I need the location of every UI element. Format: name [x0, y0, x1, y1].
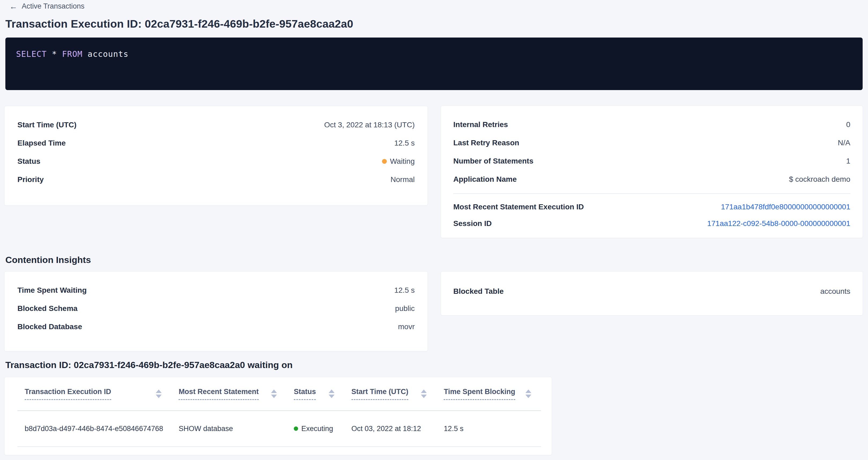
- session-id-link[interactable]: 171aa122-c092-54b8-0000-000000000001: [707, 219, 850, 228]
- summary-card-right: Internal Retries 0 Last Retry Reason N/A…: [441, 105, 863, 238]
- status-waiting-dot-icon: [382, 159, 387, 164]
- row-label: Number of Statements: [453, 157, 533, 165]
- row-label: Blocked Schema: [18, 304, 78, 313]
- statement-execution-id-link[interactable]: 171aa1b478fdf0e80000000000000001: [721, 203, 850, 211]
- row-label: Session ID: [453, 219, 492, 228]
- column-header-label: Status: [294, 388, 316, 400]
- row-most-recent-statement-execution-id: Most Recent Statement Execution ID 171aa…: [453, 198, 850, 215]
- cell-time-spent-blocking: 12.5 s: [436, 425, 541, 433]
- row-label: Elapsed Time: [18, 139, 66, 148]
- row-value: 12.5 s: [394, 286, 415, 295]
- summary-card-left: Start Time (UTC) Oct 3, 2022 at 18:13 (U…: [4, 106, 428, 206]
- back-link-label: Active Transactions: [22, 2, 85, 10]
- column-header-start-time[interactable]: Start Time (UTC): [344, 388, 437, 400]
- status-executing-dot-icon: [294, 427, 298, 431]
- arrow-left-icon: ←: [9, 2, 18, 10]
- sort-icon: [156, 390, 162, 398]
- cell-transaction-execution-id: b8d7d03a-d497-446b-8474-e50846674768: [18, 425, 171, 433]
- row-value: 1: [846, 157, 850, 165]
- sql-statement: SELECT * FROM accounts: [16, 49, 852, 59]
- row-value: $ cockroach demo: [789, 175, 850, 184]
- row-elapsed-time: Elapsed Time 12.5 s: [18, 134, 415, 152]
- sort-icon: [525, 390, 531, 398]
- card-divider: [453, 193, 850, 194]
- column-header-status[interactable]: Status: [286, 388, 344, 400]
- row-value: 0: [846, 120, 850, 129]
- sql-keyword: FROM: [62, 49, 83, 59]
- contention-insights-heading: Contention Insights: [5, 255, 91, 265]
- waiting-on-table-card: Transaction Execution ID Most Recent Sta…: [4, 377, 552, 455]
- sort-icon: [271, 390, 277, 398]
- row-label: Most Recent Statement Execution ID: [453, 203, 584, 211]
- row-internal-retries: Internal Retries 0: [453, 116, 850, 134]
- row-time-spent-waiting: Time Spent Waiting 12.5 s: [18, 281, 415, 300]
- row-number-of-statements: Number of Statements 1: [453, 152, 850, 170]
- status-value: Waiting: [382, 157, 415, 166]
- row-label: Start Time (UTC): [18, 121, 76, 129]
- row-start-time: Start Time (UTC) Oct 3, 2022 at 18:13 (U…: [18, 116, 415, 134]
- transaction-details-page: ← Active Transactions Transaction Execut…: [0, 0, 868, 460]
- column-header-most-recent-statement[interactable]: Most Recent Statement: [171, 388, 286, 400]
- status-text: Executing: [301, 425, 333, 433]
- back-link-active-transactions[interactable]: ← Active Transactions: [9, 2, 85, 10]
- row-label: Time Spent Waiting: [18, 286, 87, 295]
- contention-card-left: Time Spent Waiting 12.5 s Blocked Schema…: [4, 271, 428, 351]
- row-label: Internal Retries: [453, 120, 508, 129]
- sort-icon: [329, 390, 335, 398]
- row-value: Normal: [391, 175, 415, 184]
- column-header-label: Start Time (UTC): [351, 388, 408, 400]
- cell-start-time: Oct 03, 2022 at 18:12: [344, 425, 437, 433]
- row-label: Application Name: [453, 175, 517, 184]
- sql-text: accounts: [83, 49, 129, 59]
- row-blocked-schema: Blocked Schema public: [18, 300, 415, 318]
- table-header-row: Transaction Execution ID Most Recent Sta…: [18, 377, 541, 411]
- row-label: Status: [18, 157, 40, 166]
- row-blocked-database: Blocked Database movr: [18, 318, 415, 336]
- sql-statement-box: SELECT * FROM accounts: [5, 37, 863, 90]
- row-label: Blocked Database: [18, 323, 82, 331]
- row-value: N/A: [838, 139, 850, 147]
- row-last-retry-reason: Last Retry Reason N/A: [453, 134, 850, 152]
- row-label: Priority: [18, 175, 44, 184]
- row-blocked-table: Blocked Table accounts: [453, 282, 850, 301]
- row-label: Blocked Table: [453, 287, 504, 296]
- column-header-label: Time Spent Blocking: [444, 388, 515, 400]
- table-row: b8d7d03a-d497-446b-8474-e50846674768 SHO…: [18, 411, 541, 447]
- sort-icon: [421, 390, 427, 398]
- contention-card-right: Blocked Table accounts: [441, 271, 863, 315]
- waiting-on-heading: Transaction ID: 02ca7931-f246-469b-b2fe-…: [5, 360, 293, 370]
- row-value: accounts: [820, 287, 850, 296]
- row-value: Oct 3, 2022 at 18:13 (UTC): [324, 121, 415, 129]
- cell-most-recent-statement: SHOW database: [171, 425, 286, 433]
- row-application-name: Application Name $ cockroach demo: [453, 170, 850, 188]
- sql-keyword: SELECT: [16, 49, 46, 59]
- row-value: 12.5 s: [394, 139, 415, 148]
- row-session-id: Session ID 171aa122-c092-54b8-0000-00000…: [453, 215, 850, 232]
- sql-text: *: [46, 49, 62, 59]
- row-priority: Priority Normal: [18, 171, 415, 189]
- row-value: movr: [398, 323, 415, 331]
- page-title: Transaction Execution ID: 02ca7931-f246-…: [5, 18, 353, 30]
- row-status: Status Waiting: [18, 152, 415, 171]
- column-header-transaction-execution-id[interactable]: Transaction Execution ID: [18, 388, 171, 400]
- column-header-label: Most Recent Statement: [179, 388, 259, 400]
- column-header-time-spent-blocking[interactable]: Time Spent Blocking: [436, 388, 541, 400]
- row-value: public: [395, 304, 415, 313]
- column-header-label: Transaction Execution ID: [25, 388, 111, 400]
- cell-status: Executing: [286, 425, 344, 433]
- row-label: Last Retry Reason: [453, 139, 519, 147]
- status-text: Waiting: [390, 157, 415, 166]
